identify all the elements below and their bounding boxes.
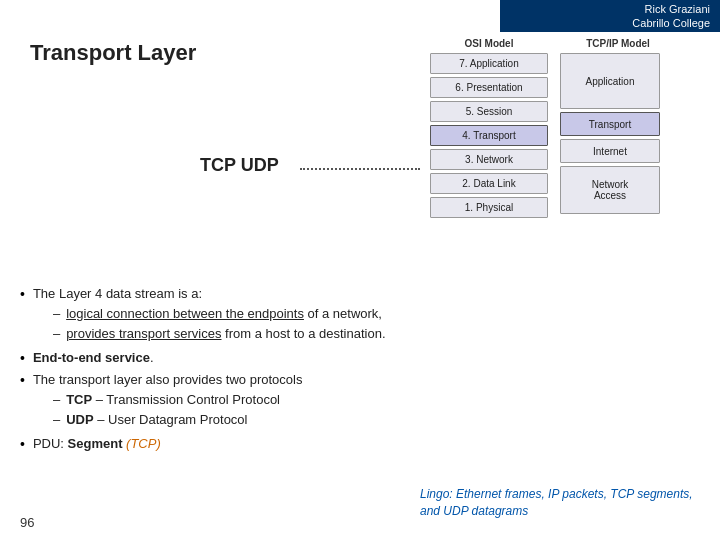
tcpip-model-label: TCP/IP Model [568, 38, 668, 49]
sub-item-3a: – TCP – Transmission Control Protocol [53, 391, 303, 410]
sub-text-3a: TCP – Transmission Control Protocol [66, 391, 280, 410]
content-area: • The Layer 4 data stream is a: – logica… [20, 285, 700, 458]
bullet-1-text: The Layer 4 data stream is a: – logical … [33, 285, 386, 345]
bullet-dot-2: • [20, 350, 25, 366]
osi-tcpip-diagram: OSI Model TCP/IP Model 7. Application 6.… [430, 38, 700, 218]
bullet-2: • End-to-end service. [20, 349, 700, 368]
osi-layer-3: 3. Network [430, 149, 548, 170]
osi-model-label: OSI Model [434, 38, 544, 49]
sub-dash-3a: – [53, 391, 60, 410]
bullet-dot-1: • [20, 286, 25, 302]
tcpip-application: Application [560, 53, 660, 109]
sub-text-3b: UDP – User Datagram Protocol [66, 411, 247, 430]
page-title: Transport Layer [30, 40, 196, 66]
bullet-2-text: End-to-end service. [33, 349, 154, 368]
bullet-dot-4: • [20, 436, 25, 452]
osi-column: 7. Application 6. Presentation 5. Sessio… [430, 53, 548, 218]
bullet-4-text: PDU: Segment (TCP) [33, 435, 161, 454]
sub-dash-1b: – [53, 325, 60, 344]
bullet-3-text: The transport layer also provides two pr… [33, 371, 303, 431]
dotted-connector [300, 168, 420, 170]
bullet-1: • The Layer 4 data stream is a: – logica… [20, 285, 700, 345]
header-text: Rick Graziani Cabrillo College [632, 2, 710, 31]
header-bar: Rick Graziani Cabrillo College [500, 0, 720, 32]
osi-layer-5: 5. Session [430, 101, 548, 122]
osi-layer-4: 4. Transport [430, 125, 548, 146]
bullet-3: • The transport layer also provides two … [20, 371, 700, 431]
sub-text-1b: provides transport services from a host … [66, 325, 385, 344]
page-number: 96 [20, 515, 34, 530]
sub-dash-1a: – [53, 305, 60, 324]
tcpip-network-access: NetworkAccess [560, 166, 660, 214]
sub-item-1a: – logical connection between the endpoin… [53, 305, 386, 324]
osi-layer-2: 2. Data Link [430, 173, 548, 194]
tcpip-internet: Internet [560, 139, 660, 163]
tcpip-transport: Transport [560, 112, 660, 136]
sub-dash-3b: – [53, 411, 60, 430]
osi-layer-1: 1. Physical [430, 197, 548, 218]
bullet-dot-3: • [20, 372, 25, 388]
tcpip-column: Application Transport Internet NetworkAc… [560, 53, 660, 214]
tcp-udp-label: TCP UDP [200, 155, 279, 176]
lingo-text: Lingo: Ethernet frames, IP packets, TCP … [420, 486, 700, 520]
osi-layer-7: 7. Application [430, 53, 548, 74]
osi-layer-6: 6. Presentation [430, 77, 548, 98]
bullet-4: • PDU: Segment (TCP) [20, 435, 700, 454]
sub-item-1b: – provides transport services from a hos… [53, 325, 386, 344]
sub-text-1a: logical connection between the endpoints… [66, 305, 382, 324]
sub-item-3b: – UDP – User Datagram Protocol [53, 411, 303, 430]
